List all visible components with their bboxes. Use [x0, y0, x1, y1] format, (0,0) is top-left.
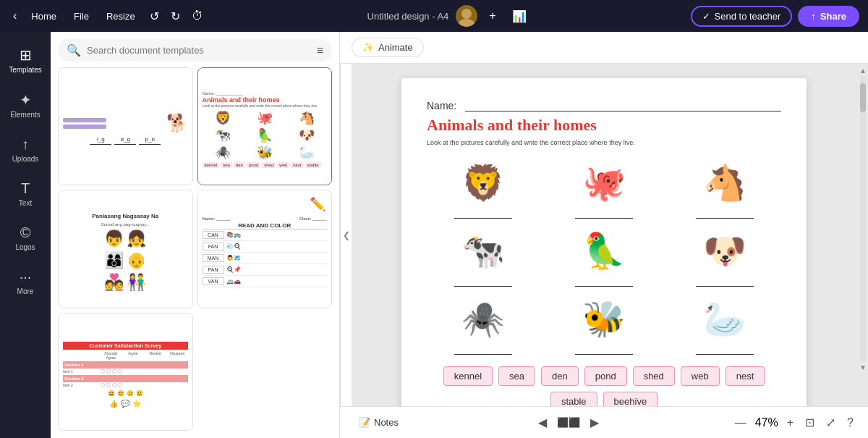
- sparkle-icon: ✨: [362, 42, 374, 53]
- template-preview: Customer Satisfaction Survey Strongly Ag…: [59, 313, 192, 431]
- send-to-teacher-button[interactable]: ✓ Send to teacher: [691, 6, 793, 27]
- animal-icon: 🦁: [203, 110, 243, 126]
- word-chip-sea: sea: [498, 366, 535, 386]
- page-prev-button[interactable]: ◀: [535, 413, 550, 432]
- template-card[interactable]: Name: ___________ Animals and their home…: [197, 67, 333, 185]
- share-button[interactable]: ↑ Share: [798, 6, 859, 27]
- animal-answer-line: [454, 348, 512, 355]
- scrollbar-right[interactable]: ▲ ▼: [858, 64, 868, 374]
- read-row: PAN 🍳📌: [203, 264, 328, 276]
- animal-cell: 🐙: [548, 158, 661, 219]
- sidebar-item-label: More: [17, 287, 34, 295]
- read-images: 🍳📌: [226, 266, 241, 273]
- help-button[interactable]: ?: [844, 413, 856, 432]
- name-underline: [465, 100, 781, 111]
- animal-icon-lion: 🦁: [454, 158, 512, 209]
- animal-icon-pug: 🐶: [696, 226, 754, 277]
- template-card[interactable]: Panlasang Nagsasay Na Sunod ang pag-uugn…: [58, 190, 193, 308]
- word-chip-web: web: [681, 366, 720, 386]
- template-preview: 🐕 l_g d_g p_n: [59, 68, 192, 185]
- send-to-teacher-label: Send to teacher: [715, 11, 781, 22]
- read-images: 👨🗺️: [226, 255, 241, 261]
- animal-cell: 🕷️: [427, 294, 540, 355]
- search-input[interactable]: [87, 45, 311, 56]
- template-card[interactable]: 🐕 l_g d_g p_n Free ⊞: [58, 67, 193, 185]
- collapse-handle[interactable]: ❮: [340, 64, 352, 406]
- zoom-in-button[interactable]: +: [784, 413, 796, 432]
- read-word: MAN: [203, 254, 224, 262]
- templates-panel: 🔍 ≡ 🐕 l_g: [51, 32, 340, 438]
- class-label: Class: ______: [299, 216, 327, 221]
- fullscreen-button[interactable]: ⤢: [823, 413, 838, 432]
- word-chip-kennel: kennel: [443, 366, 493, 386]
- animal-cell: 🦜: [548, 226, 661, 287]
- animal-icon-spider: 🕷️: [454, 294, 512, 345]
- read-images: 🚐🚗: [226, 278, 241, 285]
- share-label: Share: [820, 11, 846, 22]
- page-next-button[interactable]: ▶: [587, 413, 602, 432]
- animal-answer-line: [575, 211, 633, 219]
- word-chip: kennel: [203, 162, 220, 168]
- scroll-up-icon[interactable]: ▲: [859, 67, 867, 75]
- word-chip-den: den: [541, 366, 579, 386]
- canvas-scroll[interactable]: ❮ Name: Animals and their homes Look at …: [340, 64, 868, 406]
- animal-icon-parrot: 🦜: [575, 226, 633, 277]
- word-chip-beehive: beehive: [603, 392, 658, 406]
- sidebar-item-label: Elements: [10, 111, 41, 119]
- scroll-down-icon[interactable]: ▼: [859, 363, 867, 371]
- sidebar-item-label: Text: [19, 199, 32, 207]
- read-word: FAN: [203, 243, 224, 250]
- zoom-out-button[interactable]: —: [732, 413, 749, 432]
- survey-template: Customer Satisfaction Survey Strongly Ag…: [63, 342, 188, 408]
- word-chip: sea: [221, 162, 232, 168]
- template-card[interactable]: Customer Satisfaction Survey Strongly Ag…: [58, 313, 193, 431]
- read-color-title: READ AND COLOR: [203, 222, 328, 229]
- notes-button[interactable]: 📝 Notes: [352, 413, 406, 431]
- animal-answer-line: [696, 211, 754, 219]
- phonics-row: l_g d_g p_n: [63, 136, 188, 145]
- survey-header: Strongly Agree Agree Neutral Disagree: [63, 351, 188, 360]
- word-chip: nest: [291, 162, 303, 168]
- design-title: Untitled design - A4: [367, 11, 449, 22]
- redo-button[interactable]: ↻: [166, 7, 184, 26]
- back-button[interactable]: ‹: [9, 7, 21, 25]
- activity-grid: 👦 👧 👨‍👩‍👦 👴 💑 👫: [104, 229, 146, 292]
- scroll-thumb[interactable]: [860, 83, 866, 112]
- filter-button[interactable]: ≡: [317, 44, 323, 57]
- animal-answer-line: [454, 211, 512, 219]
- template-preview: Panlasang Nagsasay Na Sunod ang pag-uugn…: [59, 190, 192, 308]
- animals-grid: 🦁 🐙 🐴 🐄: [427, 158, 781, 355]
- read-row: CAN 📚🚌: [203, 229, 328, 241]
- survey-dot: [101, 383, 105, 387]
- svg-point-0: [461, 9, 472, 19]
- sidebar-item-logos[interactable]: © Logos: [0, 217, 51, 258]
- fit-page-button[interactable]: ⊡: [802, 413, 817, 432]
- resize-button[interactable]: Resize: [99, 8, 142, 25]
- sidebar-item-elements[interactable]: ✦ Elements: [0, 84, 51, 126]
- topbar-right: ✓ Send to teacher ↑ Share: [691, 6, 859, 27]
- canvas-area: ✨ Animate ❮ Name: Animals and their home…: [340, 32, 868, 438]
- animal-icon: 🐝: [244, 145, 285, 161]
- name-label: Name:: [427, 100, 456, 111]
- home-button[interactable]: Home: [24, 8, 64, 25]
- sidebar-item-more[interactable]: ··· More: [0, 261, 51, 303]
- sidebar-item-label: Uploads: [12, 155, 39, 163]
- animal-icon-octopus: 🐙: [575, 158, 633, 209]
- templates-grid: 🐕 l_g d_g p_n Free ⊞: [51, 67, 339, 438]
- sidebar-item-templates[interactable]: ⊞ Templates: [0, 39, 51, 81]
- scroll-track[interactable]: [860, 76, 866, 362]
- activity-figure: 👫: [127, 273, 146, 292]
- add-page-button[interactable]: +: [485, 7, 500, 25]
- animate-button[interactable]: ✨ Animate: [352, 38, 424, 57]
- file-button[interactable]: File: [67, 8, 96, 25]
- timer-button[interactable]: ⏱: [187, 7, 208, 25]
- sidebar-item-label: Logos: [15, 243, 35, 251]
- bottom-bar: 📝 Notes ◀ ⬛⬛ ▶ — 47% + ⊡ ⤢ ?: [340, 406, 868, 438]
- sidebar-item-text[interactable]: T Text: [0, 173, 51, 214]
- sidebar-item-uploads[interactable]: ↑ Uploads: [0, 129, 51, 170]
- stats-button[interactable]: 📊: [508, 7, 531, 26]
- worksheet-title: Animals and their homes: [427, 116, 781, 135]
- undo-button[interactable]: ↺: [145, 7, 163, 26]
- bottom-left: 📝 Notes: [352, 413, 406, 431]
- template-card[interactable]: Name: ______ Class: ______ READ AND COLO…: [197, 190, 333, 308]
